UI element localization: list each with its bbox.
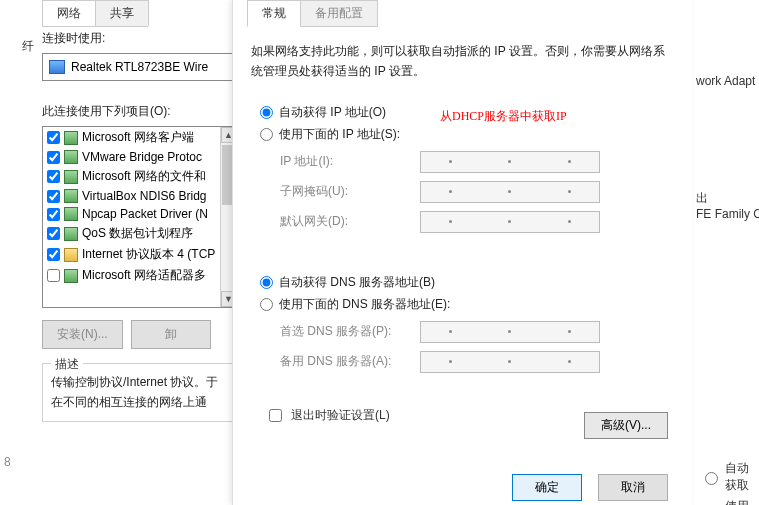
protocol-icon	[64, 248, 78, 262]
dns-pref-label: 首选 DNS 服务器(P):	[280, 323, 420, 340]
cancel-button[interactable]: 取消	[598, 474, 668, 501]
subnet-label: 子网掩码(U):	[280, 183, 420, 200]
list-item[interactable]: Internet 协议版本 4 (TCP	[43, 244, 236, 265]
tab-alt-config[interactable]: 备用配置	[300, 0, 378, 27]
protocol-icon	[64, 207, 78, 221]
button-row: 安装(N)... 卸	[42, 320, 237, 349]
description-title: 描述	[51, 356, 83, 373]
list-item[interactable]: Microsoft 网络适配器多	[43, 265, 236, 286]
exit-validate-checkbox[interactable]	[269, 409, 282, 422]
items-label: 此连接使用下列项目(O):	[42, 103, 237, 120]
dns-section: 自动获得 DNS 服务器地址(B) 使用下面的 DNS 服务器地址(E): 首选…	[251, 258, 674, 392]
item-label: Microsoft 网络的文件和	[82, 168, 206, 185]
bg-radio-label-1: 自动获取	[725, 460, 759, 494]
list-item[interactable]: VirtualBox NDIS6 Bridg	[43, 187, 236, 205]
protocol-icon	[64, 170, 78, 184]
adapter-box[interactable]: Realtek RTL8723BE Wire	[42, 53, 237, 81]
connect-using-label: 连接时使用:	[42, 30, 237, 47]
list-item[interactable]: QoS 数据包计划程序	[43, 223, 236, 244]
item-checkbox[interactable]	[47, 190, 60, 203]
protocol-icon	[64, 150, 78, 164]
description-group: 描述 传输控制协议/Internet 协议。于在不同的相互连接的网络上通	[42, 363, 237, 422]
bg-adapter-text: work Adapt	[696, 74, 755, 88]
description-text: 传输控制协议/Internet 协议。于在不同的相互连接的网络上通	[51, 372, 228, 413]
item-checkbox[interactable]	[47, 269, 60, 282]
dns-pref-input	[420, 321, 600, 343]
bg-radio-group: 自动获取 使用下面 逆速 DNS	[700, 460, 759, 505]
connection-properties-panel: 连接时使用: Realtek RTL8723BE Wire 此连接使用下列项目(…	[42, 22, 237, 422]
item-label: Microsoft 网络适配器多	[82, 267, 206, 284]
item-checkbox[interactable]	[47, 131, 60, 144]
protocol-icon	[64, 131, 78, 145]
exit-validate-label: 退出时验证设置(L)	[291, 407, 390, 424]
item-label: VirtualBox NDIS6 Bridg	[82, 189, 207, 203]
annotation-text: 从DHCP服务器中获取IP	[440, 108, 567, 125]
intro-text: 如果网络支持此功能，则可以获取自动指派的 IP 设置。否则，你需要从网络系统管理…	[251, 41, 674, 82]
radio-ip-auto[interactable]	[260, 106, 273, 119]
bg-radio-auto[interactable]	[705, 472, 718, 485]
item-label: Microsoft 网络客户端	[82, 129, 194, 146]
bg-char: 纤	[22, 38, 34, 55]
dns-alt-label: 备用 DNS 服务器(A):	[280, 353, 420, 370]
advanced-button[interactable]: 高级(V)...	[584, 412, 668, 439]
radio-dns-auto[interactable]	[260, 276, 273, 289]
dialog-buttons: 确定 取消	[512, 474, 668, 501]
item-checkbox[interactable]	[47, 227, 60, 240]
gateway-input	[420, 211, 600, 233]
item-label: QoS 数据包计划程序	[82, 225, 193, 242]
list-item[interactable]: Microsoft 网络客户端	[43, 127, 236, 148]
ip-address-input	[420, 151, 600, 173]
item-checkbox[interactable]	[47, 170, 60, 183]
network-items-list[interactable]: Microsoft 网络客户端VMware Bridge ProtocMicro…	[42, 126, 237, 308]
protocol-icon	[64, 189, 78, 203]
gateway-label: 默认网关(D):	[280, 213, 420, 230]
dns-alt-input	[420, 351, 600, 373]
radio-dns-auto-label: 自动获得 DNS 服务器地址(B)	[279, 274, 435, 291]
item-label: VMware Bridge Protoc	[82, 150, 202, 164]
ipv4-properties-panel: 常规 备用配置 如果网络支持此功能，则可以获取自动指派的 IP 设置。否则，你需…	[232, 0, 692, 505]
ok-button[interactable]: 确定	[512, 474, 582, 501]
radio-ip-auto-label: 自动获得 IP 地址(O)	[279, 104, 386, 121]
radio-dns-manual-label: 使用下面的 DNS 服务器地址(E):	[279, 296, 450, 313]
bg-number: 8	[4, 455, 11, 469]
protocol-icon	[64, 227, 78, 241]
adapter-name: Realtek RTL8723BE Wire	[71, 60, 208, 74]
list-item[interactable]: Microsoft 网络的文件和	[43, 166, 236, 187]
radio-ip-manual[interactable]	[260, 128, 273, 141]
item-checkbox[interactable]	[47, 208, 60, 221]
item-checkbox[interactable]	[47, 151, 60, 164]
list-item[interactable]: VMware Bridge Protoc	[43, 148, 236, 166]
uninstall-button[interactable]: 卸	[131, 320, 211, 349]
bg-radio-label-2: 使用下面	[725, 498, 759, 505]
item-checkbox[interactable]	[47, 248, 60, 261]
item-label: Internet 协议版本 4 (TCP	[82, 246, 215, 263]
subnet-input	[420, 181, 600, 203]
item-label: Npcap Packet Driver (N	[82, 207, 208, 221]
install-button[interactable]: 安装(N)...	[42, 320, 123, 349]
list-item[interactable]: Npcap Packet Driver (N	[43, 205, 236, 223]
tab-general[interactable]: 常规	[247, 0, 301, 27]
radio-ip-manual-label: 使用下面的 IP 地址(S):	[279, 126, 400, 143]
radio-dns-manual[interactable]	[260, 298, 273, 311]
right-tab-strip: 常规 备用配置	[247, 0, 678, 27]
nic-icon	[49, 60, 65, 74]
bg-family-text: 出 FE Family C	[696, 190, 759, 221]
ip-address-label: IP 地址(I):	[280, 153, 420, 170]
protocol-icon	[64, 269, 78, 283]
